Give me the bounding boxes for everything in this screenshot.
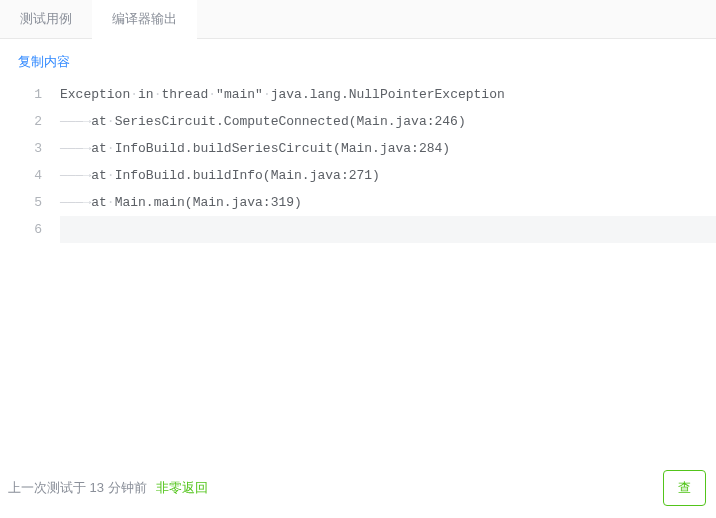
space-indicator-icon: · [107, 114, 115, 129]
line-content: ———→at·SeriesCircuit.ComputeConnected(Ma… [60, 108, 716, 135]
last-test-info: 上一次测试于 13 分钟前 非零返回 [8, 479, 208, 497]
code-line: 2———→at·SeriesCircuit.ComputeConnected(M… [0, 108, 716, 135]
space-indicator-icon: · [208, 87, 216, 102]
line-content [60, 216, 716, 243]
line-number: 5 [0, 189, 60, 216]
tab-bar: 测试用例 编译器输出 [0, 0, 716, 39]
line-number: 2 [0, 108, 60, 135]
footer-bar: 上一次测试于 13 分钟前 非零返回 查 [0, 457, 716, 518]
line-number: 6 [0, 216, 60, 243]
line-content: ———→at·InfoBuild.buildInfo(Main.java:271… [60, 162, 716, 189]
line-content: ———→at·Main.main(Main.java:319) [60, 189, 716, 216]
tab-indicator-icon: ———→ [60, 195, 91, 210]
line-content: Exception·in·thread·"main"·java.lang.Nul… [60, 81, 716, 108]
space-indicator-icon: · [107, 168, 115, 183]
line-number: 3 [0, 135, 60, 162]
tab-indicator-icon: ———→ [60, 141, 91, 156]
tab-indicator-icon: ———→ [60, 114, 91, 129]
footer-action-button[interactable]: 查 [663, 470, 706, 506]
tab-test-cases[interactable]: 测试用例 [0, 0, 92, 38]
code-line: 4———→at·InfoBuild.buildInfo(Main.java:27… [0, 162, 716, 189]
code-line: 3———→at·InfoBuild.buildSeriesCircuit(Mai… [0, 135, 716, 162]
last-test-time: 上一次测试于 13 分钟前 [8, 480, 147, 495]
tab-compiler-output[interactable]: 编译器输出 [92, 0, 197, 39]
code-line: 1Exception·in·thread·"main"·java.lang.Nu… [0, 81, 716, 108]
code-output: 1Exception·in·thread·"main"·java.lang.Nu… [0, 81, 716, 243]
line-number: 4 [0, 162, 60, 189]
tab-indicator-icon: ———→ [60, 168, 91, 183]
space-indicator-icon: · [263, 87, 271, 102]
space-indicator-icon: · [130, 87, 138, 102]
copy-content-link[interactable]: 复制内容 [0, 39, 716, 81]
line-number: 1 [0, 81, 60, 108]
space-indicator-icon: · [107, 141, 115, 156]
code-line: 6 [0, 216, 716, 243]
status-badge: 非零返回 [156, 480, 208, 495]
code-line: 5———→at·Main.main(Main.java:319) [0, 189, 716, 216]
line-content: ———→at·InfoBuild.buildSeriesCircuit(Main… [60, 135, 716, 162]
space-indicator-icon: · [107, 195, 115, 210]
